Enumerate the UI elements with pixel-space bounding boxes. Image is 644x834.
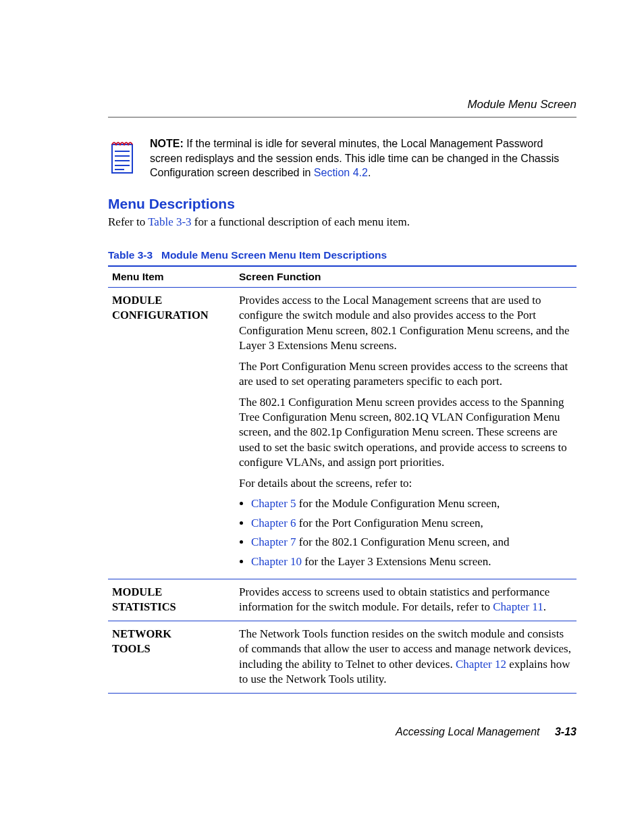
- col-header-menu-item: Menu Item: [108, 266, 235, 288]
- list-item: Chapter 5 for the Module Configuration M…: [251, 496, 572, 511]
- text-post: .: [543, 600, 546, 613]
- list-item-text: for the Layer 3 Extensions Menu screen.: [302, 555, 491, 568]
- table-caption-prefix: Table 3-3: [108, 249, 153, 261]
- note-label: NOTE:: [150, 138, 184, 149]
- link-chapter-10[interactable]: Chapter 10: [251, 555, 302, 568]
- note-block: NOTE: If the terminal is idle for severa…: [108, 136, 576, 181]
- menu-item-line1: MODULE: [112, 294, 162, 307]
- table-row: NETWORK TOOLS The Network Tools function…: [108, 621, 576, 693]
- list-item: Chapter 10 for the Layer 3 Extensions Me…: [251, 554, 572, 569]
- menu-item-line1: MODULE: [112, 585, 162, 598]
- menu-item-module-statistics: MODULE STATISTICS: [108, 579, 235, 621]
- footer-text: Accessing Local Management: [396, 726, 539, 737]
- list-item-text: for the Module Configuration Menu screen…: [296, 497, 500, 510]
- page-number: 3-13: [555, 726, 576, 737]
- section-heading: Menu Descriptions: [108, 196, 576, 212]
- link-chapter-6[interactable]: Chapter 6: [251, 517, 296, 529]
- menu-item-network-tools: NETWORK TOOLS: [108, 621, 235, 693]
- paragraph: The Port Configuration Menu screen provi…: [239, 359, 572, 390]
- intro-post: for a functional description of each men…: [192, 215, 410, 228]
- link-chapter-7[interactable]: Chapter 7: [251, 536, 296, 548]
- screen-function-network-tools: The Network Tools function resides on th…: [235, 621, 576, 693]
- note-icon: [108, 138, 138, 181]
- screen-function-module-statistics: Provides access to screens used to obtai…: [235, 579, 576, 621]
- list-item: Chapter 7 for the 802.1 Configuration Me…: [251, 535, 572, 550]
- col-header-screen-function: Screen Function: [235, 266, 576, 288]
- paragraph: The 802.1 Configuration Menu screen prov…: [239, 395, 572, 471]
- menu-descriptions-table: Menu Item Screen Function MODULE CONFIGU…: [108, 265, 576, 694]
- note-body-post: .: [368, 167, 371, 178]
- note-text: NOTE: If the terminal is idle for severa…: [150, 136, 576, 180]
- link-chapter-5[interactable]: Chapter 5: [251, 497, 296, 510]
- screen-function-module-configuration: Provides access to the Local Management …: [235, 287, 576, 579]
- table-row: MODULE STATISTICS Provides access to scr…: [108, 579, 576, 621]
- paragraph: For details about the screens, refer to:: [239, 476, 572, 491]
- link-table-3-3[interactable]: Table 3-3: [148, 215, 191, 228]
- reference-list: Chapter 5 for the Module Configuration M…: [239, 496, 572, 569]
- menu-item-line2: TOOLS: [112, 642, 151, 655]
- page: Module Menu Screen NOTE: If the terminal…: [0, 0, 644, 834]
- menu-item-module-configuration: MODULE CONFIGURATION: [108, 287, 235, 579]
- menu-item-line2: STATISTICS: [112, 600, 176, 613]
- svg-rect-0: [112, 145, 132, 173]
- table-caption: Table 3-3 Module Menu Screen Menu Item D…: [108, 249, 576, 261]
- menu-item-line2: CONFIGURATION: [112, 309, 209, 321]
- intro-paragraph: Refer to Table 3-3 for a functional desc…: [108, 215, 576, 230]
- link-chapter-11[interactable]: Chapter 11: [493, 600, 543, 613]
- link-section-4-2[interactable]: Section 4.2: [314, 167, 368, 178]
- paragraph: Provides access to the Local Management …: [239, 293, 572, 354]
- list-item: Chapter 6 for the Port Configuration Men…: [251, 516, 572, 531]
- table-caption-title: Module Menu Screen Menu Item Description…: [161, 249, 387, 261]
- list-item-text: for the 802.1 Configuration Menu screen,…: [296, 536, 510, 548]
- menu-item-line1: NETWORK: [112, 627, 171, 640]
- running-header: Module Menu Screen: [108, 98, 576, 118]
- intro-pre: Refer to: [108, 215, 148, 228]
- table-row: MODULE CONFIGURATION Provides access to …: [108, 287, 576, 579]
- list-item-text: for the Port Configuration Menu screen,: [296, 517, 483, 529]
- page-footer: Accessing Local Management 3-13: [108, 726, 576, 738]
- link-chapter-12[interactable]: Chapter 12: [456, 658, 506, 671]
